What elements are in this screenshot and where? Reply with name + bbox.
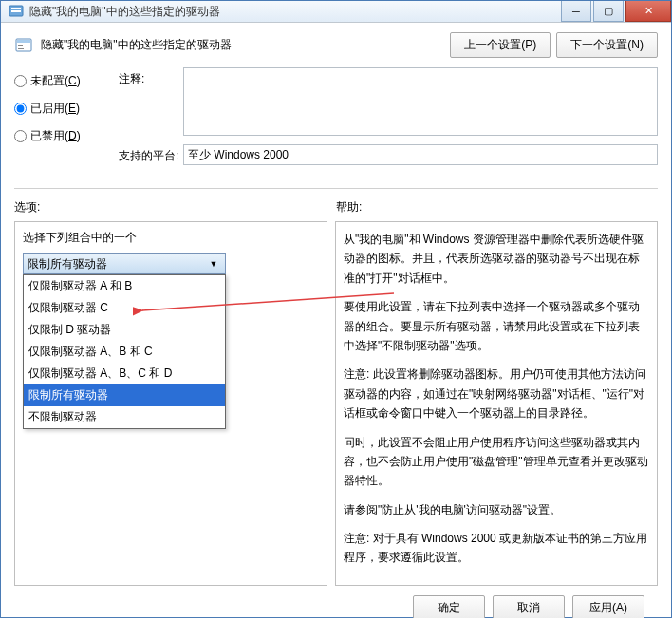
options-prompt: 选择下列组合中的一个	[23, 230, 319, 246]
radio-not-configured-input[interactable]	[14, 75, 27, 87]
help-p2: 要使用此设置，请在下拉列表中选择一个驱动器或多个驱动器的组合。要显示所有驱动器，…	[344, 297, 649, 355]
options-section-label: 选项:	[14, 199, 336, 215]
fields-column: 注释: 支持的平台:	[119, 67, 658, 171]
help-p5: 请参阅"防止从'我的电脑'访问驱动器"设置。	[344, 500, 649, 519]
maximize-button[interactable]: ▢	[593, 1, 624, 22]
help-pane: 从"我的电脑"和 Windows 资源管理器中删除代表所选硬件驱动器的图标。并且…	[335, 221, 658, 586]
ok-button[interactable]: 确定	[413, 595, 485, 618]
radio-not-configured[interactable]: 未配置(C)	[14, 73, 119, 89]
cancel-button[interactable]: 取消	[493, 595, 565, 618]
radio-enabled-label: 已启用(E)	[30, 101, 80, 117]
svg-rect-4	[17, 40, 30, 43]
minimize-button[interactable]: ─	[561, 1, 591, 22]
titlebar-text: 隐藏"我的电脑"中的这些指定的驱动器	[29, 4, 559, 20]
help-p6: 注意: 对于具有 Windows 2000 或更新版本证书的第三方应用程序，要求…	[344, 529, 649, 568]
radio-column: 未配置(C) 已启用(E) 已禁用(D)	[14, 67, 119, 171]
help-p1: 从"我的电脑"和 Windows 资源管理器中删除代表所选硬件驱动器的图标。并且…	[344, 230, 649, 288]
radio-enabled-input[interactable]	[14, 103, 27, 115]
combo-item-all[interactable]: 限制所有驱动器	[24, 384, 225, 406]
combo-item-d[interactable]: 仅限制 D 驱动器	[24, 319, 225, 341]
radio-not-configured-label: 未配置(C)	[30, 73, 81, 89]
combo-item-c[interactable]: 仅限制驱动器 C	[24, 297, 225, 319]
combo-item-a-b[interactable]: 仅限制驱动器 A 和 B	[24, 275, 225, 297]
combo-item-abcd[interactable]: 仅限制驱动器 A、B、C 和 D	[24, 363, 225, 384]
help-p3: 注意: 此设置将删除驱动器图标。用户仍可使用其他方法访问驱动器的内容，如通过在"…	[344, 365, 649, 422]
drive-combo-dropdown: 仅限制驱动器 A 和 B 仅限制驱动器 C 仅限制 D 驱动器 仅限制驱动器 A…	[23, 274, 226, 429]
svg-rect-6	[18, 47, 26, 47]
platform-label: 支持的平台:	[119, 144, 183, 164]
window-controls: ─ ▢ ✕	[559, 1, 671, 22]
config-row: 未配置(C) 已启用(E) 已禁用(D) 注释:	[14, 67, 658, 171]
content-area: 隐藏"我的电脑"中的这些指定的驱动器 上一个设置(P) 下一个设置(N) 未配置…	[1, 23, 671, 618]
svg-rect-1	[11, 8, 21, 9]
drive-combo-display[interactable]: 限制所有驱动器 ▼	[23, 253, 226, 274]
nav-buttons: 上一个设置(P) 下一个设置(N)	[450, 32, 658, 58]
options-pane: 选择下列组合中的一个 限制所有驱动器 ▼ 仅限制驱动器 A 和 B 仅限制驱动器…	[14, 221, 327, 586]
titlebar: 隐藏"我的电脑"中的这些指定的驱动器 ─ ▢ ✕	[1, 1, 671, 23]
next-setting-button[interactable]: 下一个设置(N)	[556, 32, 658, 58]
page-title: 隐藏"我的电脑"中的这些指定的驱动器	[41, 37, 450, 53]
svg-rect-7	[18, 48, 24, 49]
footer: 确定 取消 应用(A)	[14, 586, 658, 618]
prev-setting-button[interactable]: 上一个设置(P)	[450, 32, 551, 58]
policy-icon	[14, 36, 33, 55]
drive-combo[interactable]: 限制所有驱动器 ▼ 仅限制驱动器 A 和 B 仅限制驱动器 C 仅限制 D 驱动…	[23, 253, 226, 274]
close-button[interactable]: ✕	[625, 1, 671, 22]
radio-disabled-label: 已禁用(D)	[30, 128, 81, 144]
gpo-dialog-window: 隐藏"我的电脑"中的这些指定的驱动器 ─ ▢ ✕ 隐藏"我的电脑"中的这些指定的…	[0, 0, 672, 618]
radio-disabled[interactable]: 已禁用(D)	[14, 128, 119, 144]
app-icon	[9, 4, 24, 19]
apply-button[interactable]: 应用(A)	[572, 595, 644, 618]
note-textarea[interactable]	[183, 67, 658, 136]
help-p4: 同时，此设置不会阻止用户使用程序访问这些驱动器或其内容，也不会防止用户使用"磁盘…	[344, 433, 649, 491]
header-row: 隐藏"我的电脑"中的这些指定的驱动器 上一个设置(P) 下一个设置(N)	[14, 32, 658, 58]
chevron-down-icon: ▼	[206, 259, 221, 269]
combo-item-none[interactable]: 不限制驱动器	[24, 406, 225, 428]
note-row: 注释:	[119, 67, 658, 139]
help-section-label: 帮助:	[336, 199, 658, 215]
radio-disabled-input[interactable]	[14, 130, 27, 142]
panes: 选择下列组合中的一个 限制所有驱动器 ▼ 仅限制驱动器 A 和 B 仅限制驱动器…	[14, 221, 658, 586]
platform-row: 支持的平台:	[119, 144, 658, 165]
platform-input	[183, 144, 658, 165]
note-label: 注释:	[119, 67, 183, 87]
drive-combo-selected: 限制所有驱动器	[28, 256, 107, 272]
combo-item-abc[interactable]: 仅限制驱动器 A、B 和 C	[24, 341, 225, 363]
section-labels: 选项: 帮助:	[14, 199, 658, 215]
radio-enabled[interactable]: 已启用(E)	[14, 101, 119, 117]
divider	[14, 188, 658, 196]
svg-rect-5	[18, 45, 23, 46]
svg-rect-2	[11, 10, 21, 12]
